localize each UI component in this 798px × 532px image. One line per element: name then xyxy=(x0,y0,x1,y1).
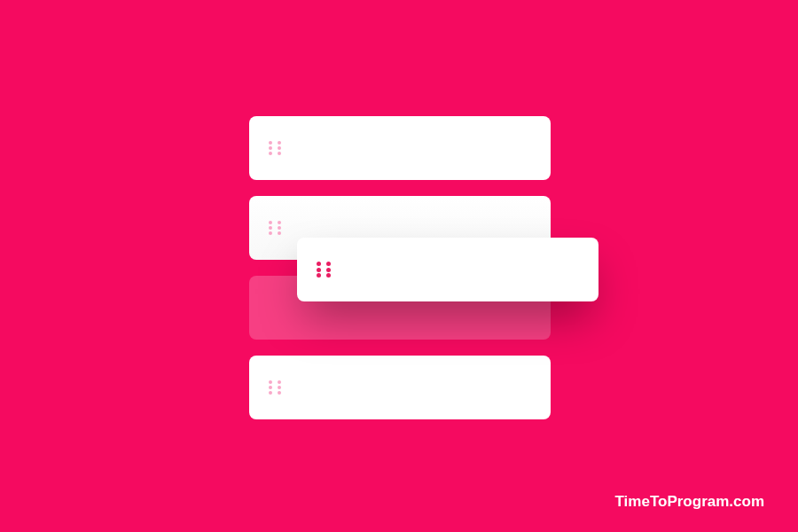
drag-handle-icon[interactable] xyxy=(269,221,286,235)
drag-handle-icon[interactable] xyxy=(317,262,336,278)
drag-handle-icon[interactable] xyxy=(269,141,286,155)
list-item[interactable] xyxy=(249,116,551,180)
list-item[interactable] xyxy=(249,356,551,419)
drag-handle-icon[interactable] xyxy=(269,380,286,395)
watermark-text: TimeToProgram.com xyxy=(615,493,764,511)
list-item-dragging[interactable] xyxy=(297,238,598,301)
